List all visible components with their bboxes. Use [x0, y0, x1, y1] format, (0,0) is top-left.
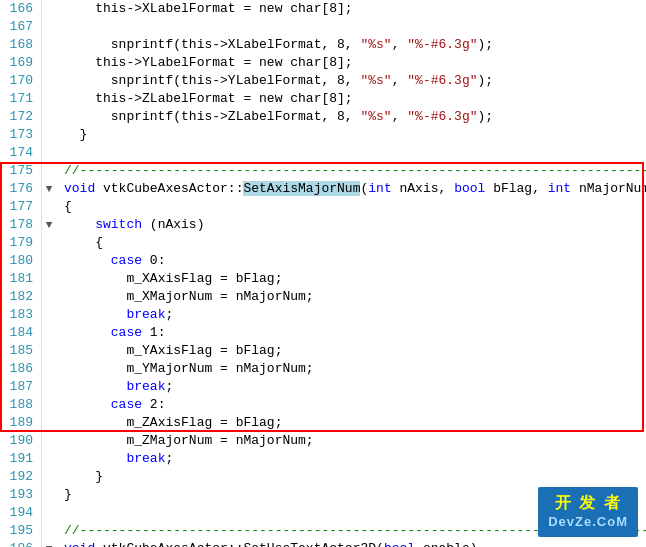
gutter-icon: [42, 504, 56, 522]
line-number: 175: [0, 162, 42, 180]
line-content: //--------------------------------------…: [56, 162, 646, 180]
gutter-icon: [42, 126, 56, 144]
line-content: this->XLabelFormat = new char[8];: [56, 0, 646, 18]
line-number: 166: [0, 0, 42, 18]
line-number: 176: [0, 180, 42, 198]
line-number: 188: [0, 396, 42, 414]
line-content: void vtkCubeAxesActor::SetAxisMajorNum(i…: [56, 180, 646, 198]
line-number: 196: [0, 540, 42, 547]
line-content: this->YLabelFormat = new char[8];: [56, 54, 646, 72]
gutter-icon: [42, 324, 56, 342]
line-number: 183: [0, 306, 42, 324]
gutter-icon: [42, 486, 56, 504]
code-editor: 166 this->XLabelFormat = new char[8];167…: [0, 0, 646, 547]
line-number: 177: [0, 198, 42, 216]
line-number: 192: [0, 468, 42, 486]
line-number: 186: [0, 360, 42, 378]
line-number: 191: [0, 450, 42, 468]
table-row: 185 m_YAxisFlag = bFlag;: [0, 342, 646, 360]
line-content: case 1:: [56, 324, 646, 342]
line-number: 180: [0, 252, 42, 270]
gutter-icon: [42, 72, 56, 90]
table-row: 190 m_ZMajorNum = nMajorNum;: [0, 432, 646, 450]
line-number: 167: [0, 18, 42, 36]
table-row: 188 case 2:: [0, 396, 646, 414]
watermark-chinese: 开 发 者: [548, 493, 628, 514]
line-content: void vtkCubeAxesActor::SetUseTextActor3D…: [56, 540, 646, 547]
line-content: break;: [56, 450, 646, 468]
gutter-icon: [42, 54, 56, 72]
table-row: 171 this->ZLabelFormat = new char[8];: [0, 90, 646, 108]
line-number: 178: [0, 216, 42, 234]
gutter-icon: [42, 90, 56, 108]
line-number: 173: [0, 126, 42, 144]
gutter-icon: [42, 414, 56, 432]
table-row: 172 snprintf(this->ZLabelFormat, 8, "%s"…: [0, 108, 646, 126]
line-number: 190: [0, 432, 42, 450]
table-row: 186 m_YMajorNum = nMajorNum;: [0, 360, 646, 378]
gutter-icon: [42, 306, 56, 324]
line-number: 168: [0, 36, 42, 54]
gutter-icon[interactable]: ▼: [42, 540, 56, 547]
line-number: 193: [0, 486, 42, 504]
gutter-icon: [42, 234, 56, 252]
line-content: m_ZMajorNum = nMajorNum;: [56, 432, 646, 450]
table-row: 174: [0, 144, 646, 162]
line-content: break;: [56, 378, 646, 396]
gutter-icon: [42, 450, 56, 468]
table-row: 180 case 0:: [0, 252, 646, 270]
gutter-icon: [42, 396, 56, 414]
table-row: 175//-----------------------------------…: [0, 162, 646, 180]
table-row: 169 this->YLabelFormat = new char[8];: [0, 54, 646, 72]
code-lines: 166 this->XLabelFormat = new char[8];167…: [0, 0, 646, 547]
gutter-icon: [42, 522, 56, 540]
table-row: 192 }: [0, 468, 646, 486]
gutter-icon: [42, 252, 56, 270]
gutter-icon: [42, 432, 56, 450]
line-content: snprintf(this->YLabelFormat, 8, "%s", "%…: [56, 72, 646, 90]
line-content: {: [56, 234, 646, 252]
gutter-icon: [42, 18, 56, 36]
gutter-icon[interactable]: ▼: [42, 180, 56, 198]
gutter-icon: [42, 288, 56, 306]
gutter-icon: [42, 342, 56, 360]
line-number: 181: [0, 270, 42, 288]
table-row: 170 snprintf(this->YLabelFormat, 8, "%s"…: [0, 72, 646, 90]
line-content: snprintf(this->XLabelFormat, 8, "%s", "%…: [56, 36, 646, 54]
line-content: case 0:: [56, 252, 646, 270]
line-number: 187: [0, 378, 42, 396]
line-content: this->ZLabelFormat = new char[8];: [56, 90, 646, 108]
line-number: 185: [0, 342, 42, 360]
table-row: 168 snprintf(this->XLabelFormat, 8, "%s"…: [0, 36, 646, 54]
watermark: 开 发 者 DevZe.CoM: [538, 487, 638, 537]
line-number: 179: [0, 234, 42, 252]
table-row: 196▼void vtkCubeAxesActor::SetUseTextAct…: [0, 540, 646, 547]
line-content: break;: [56, 306, 646, 324]
line-number: 194: [0, 504, 42, 522]
line-number: 171: [0, 90, 42, 108]
gutter-icon: [42, 378, 56, 396]
line-number: 195: [0, 522, 42, 540]
gutter-icon: [42, 144, 56, 162]
table-row: 176▼void vtkCubeAxesActor::SetAxisMajorN…: [0, 180, 646, 198]
gutter-icon[interactable]: ▼: [42, 216, 56, 234]
line-content: m_ZAxisFlag = bFlag;: [56, 414, 646, 432]
line-content: m_XMajorNum = nMajorNum;: [56, 288, 646, 306]
line-number: 169: [0, 54, 42, 72]
table-row: 183 break;: [0, 306, 646, 324]
table-row: 179 {: [0, 234, 646, 252]
table-row: 178▼ switch (nAxis): [0, 216, 646, 234]
gutter-icon: [42, 198, 56, 216]
gutter-icon: [42, 162, 56, 180]
table-row: 182 m_XMajorNum = nMajorNum;: [0, 288, 646, 306]
line-number: 174: [0, 144, 42, 162]
line-content: snprintf(this->ZLabelFormat, 8, "%s", "%…: [56, 108, 646, 126]
line-content: case 2:: [56, 396, 646, 414]
line-content: m_YAxisFlag = bFlag;: [56, 342, 646, 360]
gutter-icon: [42, 108, 56, 126]
table-row: 189 m_ZAxisFlag = bFlag;: [0, 414, 646, 432]
line-content: m_YMajorNum = nMajorNum;: [56, 360, 646, 378]
line-content: }: [56, 468, 646, 486]
table-row: 173 }: [0, 126, 646, 144]
table-row: 167: [0, 18, 646, 36]
